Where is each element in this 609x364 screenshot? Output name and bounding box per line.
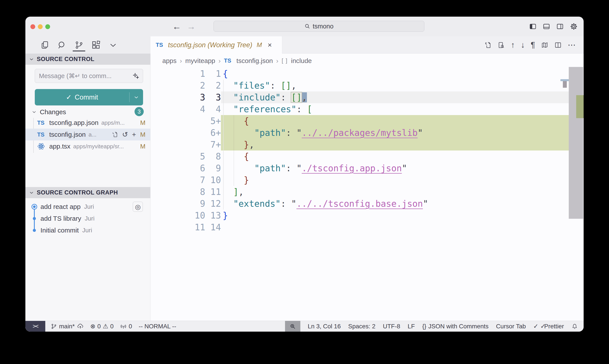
indentation-item[interactable]: Spaces: 2 — [348, 323, 376, 330]
code-line[interactable]: 44 "references": [ — [151, 103, 584, 115]
commit-row[interactable]: add TS libraryJuri — [25, 213, 150, 224]
breadcrumb-item-myviteapp[interactable]: myviteapp — [185, 57, 215, 65]
formatter-item[interactable]: ✓✓ Prettier — [533, 323, 564, 330]
next-change-icon[interactable]: ↓ — [521, 41, 525, 49]
search-view-icon[interactable] — [57, 38, 67, 52]
toggle-sidebar-icon[interactable] — [529, 23, 537, 30]
chevron-right-icon: › — [219, 57, 221, 65]
editor-scrollbar[interactable] — [569, 67, 583, 219]
toggle-panel-icon[interactable] — [543, 23, 550, 30]
react-icon — [37, 143, 46, 150]
status-bar: >< main* ⊗ 0 ⚠ 0 0 -- NORMAL -- L — [25, 321, 584, 332]
stage-changes-icon[interactable]: + — [132, 131, 136, 138]
source-control-header[interactable]: SOURCE CONTROL — [25, 53, 150, 65]
file-row[interactable]: app.tsxapps/myviteapp/sr...M — [25, 141, 150, 152]
code-line[interactable]: 811 ], — [151, 186, 584, 198]
code-line[interactable]: 912 "extends": "../../tsconfig.base.json… — [151, 198, 584, 209]
zoom-window-button[interactable] — [45, 24, 50, 29]
open-changes-icon[interactable] — [484, 41, 492, 49]
file-path: apps/myviteapp/sr... — [73, 143, 124, 150]
source-control-icon[interactable] — [74, 38, 84, 52]
open-file-icon[interactable] — [112, 131, 118, 138]
settings-gear-icon[interactable] — [570, 22, 578, 31]
commit-row[interactable]: add react appJuri — [25, 201, 150, 213]
breadcrumb-item-include[interactable]: include — [291, 57, 312, 65]
toggle-whitespace-icon[interactable]: ¶ — [531, 41, 535, 49]
command-center-search[interactable]: tsmono — [213, 21, 424, 32]
breadcrumb: apps › myviteapp › TS tsconfig.json › [ … — [151, 53, 584, 68]
breadcrumb-item-tsconfig[interactable]: tsconfig.json — [236, 57, 273, 65]
branch-status-item[interactable]: main* — [51, 323, 84, 330]
cursor-position-item[interactable]: Ln 3, Col 16 — [308, 323, 341, 330]
code-line[interactable]: 22 "files": [], — [151, 80, 584, 91]
code-token — [302, 104, 307, 114]
warning-count: 0 — [110, 323, 114, 330]
commit-button[interactable]: ✓ Commit — [35, 89, 143, 105]
forward-arrow-icon[interactable]: → — [187, 22, 195, 31]
minimize-window-button[interactable] — [38, 24, 43, 29]
commit-row[interactable]: Initial commitJuri — [25, 224, 150, 236]
code-token — [223, 140, 244, 150]
cursor-tab-item[interactable]: Cursor Tab — [496, 323, 526, 330]
close-tab-icon[interactable]: × — [268, 41, 272, 49]
zoom-indicator[interactable] — [285, 321, 300, 332]
overview-ruler-marker — [563, 81, 567, 88]
code-line[interactable]: 710 } — [151, 174, 584, 186]
code-token: " — [402, 163, 407, 173]
notifications-bell-icon[interactable] — [571, 323, 578, 330]
commit-dropdown-button[interactable] — [129, 92, 143, 102]
code-token: "include" — [233, 92, 281, 102]
code-line[interactable]: 6+ "path": "../../packages/mytslib" — [151, 127, 584, 139]
sparkle-ai-icon[interactable] — [132, 72, 139, 79]
breadcrumb-item-apps[interactable]: apps — [162, 57, 177, 65]
file-row[interactable]: TStsconfig.jsona...↺+M — [25, 129, 150, 141]
toggle-secondary-sidebar-icon[interactable] — [556, 23, 564, 30]
encoding-item[interactable]: UTF-8 — [383, 323, 400, 330]
code-line[interactable]: 33 "include": [], — [151, 91, 584, 103]
code-line[interactable]: 58 { — [151, 151, 584, 162]
map-icon[interactable] — [541, 41, 548, 49]
eol-item[interactable]: LF — [408, 323, 415, 330]
code-line[interactable]: 11{ — [151, 68, 584, 80]
old-line-number: 4 — [151, 103, 205, 115]
old-line-number: 7 — [151, 174, 205, 186]
code-line[interactable]: 1114 — [151, 221, 584, 233]
goto-current-history-item-button[interactable]: ◎ — [133, 202, 143, 212]
file-row[interactable]: TStsconfig.app.jsonapps/m...M — [25, 117, 150, 129]
code-token: : — [297, 104, 302, 114]
problems-status-item[interactable]: ⊗ 0 ⚠ 0 — [90, 323, 114, 330]
graph-title: SOURCE CONTROL GRAPH — [37, 189, 118, 196]
commit-message-input[interactable] — [39, 72, 132, 80]
code-line[interactable]: 5+ { — [151, 115, 584, 127]
more-actions-icon[interactable]: ⋯ — [568, 41, 576, 49]
inline-view-icon[interactable] — [497, 41, 505, 49]
back-arrow-icon[interactable]: ← — [172, 22, 181, 31]
more-views-chevron-icon[interactable] — [108, 38, 118, 52]
search-value: tsmono — [312, 23, 333, 30]
code-line[interactable]: 69 "path": "./tsconfig.app.json" — [151, 162, 584, 174]
split-editor-icon[interactable] — [554, 41, 562, 49]
previous-change-icon[interactable]: ↑ — [511, 41, 515, 49]
tab-tsconfig-working-tree[interactable]: TS tsconfig.json (Working Tree) M × — [151, 36, 282, 53]
code-token: : — [286, 163, 291, 173]
language-mode-item[interactable]: {} JSON with Comments — [422, 323, 489, 330]
code-line[interactable]: 7+ }, — [151, 139, 584, 151]
code-token — [223, 128, 254, 138]
source-control-graph-header[interactable]: SOURCE CONTROL GRAPH — [25, 187, 150, 198]
code-token: [ — [307, 104, 312, 114]
changes-section-header[interactable]: Changes 3 — [25, 106, 150, 117]
code-token: [] — [281, 80, 291, 91]
commit-message: add TS library — [40, 215, 81, 222]
remote-indicator[interactable]: >< — [25, 321, 45, 332]
code-line[interactable]: 1013} — [151, 209, 584, 221]
code-area[interactable]: 11{22 "files": [],33 "include": [],44 "r… — [151, 68, 584, 233]
error-count: 0 — [97, 323, 101, 330]
explorer-icon[interactable] — [40, 38, 50, 52]
vim-mode-indicator[interactable]: -- NORMAL -- — [139, 323, 176, 330]
close-window-button[interactable] — [30, 24, 35, 29]
code-text: } — [221, 174, 569, 186]
changes-count-badge: 3 — [135, 107, 144, 116]
ports-status-item[interactable]: 0 — [120, 323, 132, 330]
extensions-icon[interactable] — [91, 38, 101, 52]
discard-changes-icon[interactable]: ↺ — [122, 131, 128, 138]
